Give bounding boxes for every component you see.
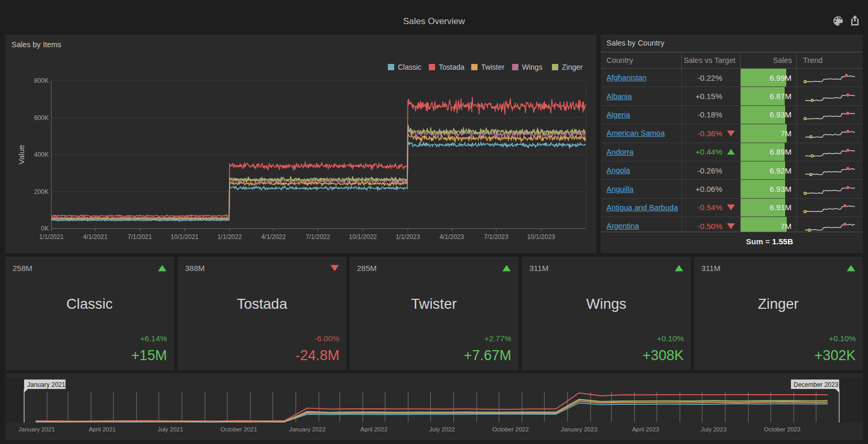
svg-text:7/1/2021: 7/1/2021 [127, 233, 152, 241]
svg-text:7/1/2023: 7/1/2023 [484, 233, 508, 241]
svg-text:10/1/2023: 10/1/2023 [527, 233, 556, 241]
svg-text:July 2021: July 2021 [157, 426, 183, 432]
svg-text:Wings: Wings [522, 63, 542, 71]
svg-text:January 2023: January 2023 [561, 426, 598, 432]
svg-text:January 2021: January 2021 [27, 381, 66, 388]
svg-text:Twister: Twister [481, 63, 505, 71]
svg-text:4/1/2022: 4/1/2022 [261, 233, 286, 241]
svg-text:December 2023: December 2023 [794, 381, 839, 388]
svg-text:1/1/2021: 1/1/2021 [39, 233, 64, 241]
svg-text:October 2021: October 2021 [221, 426, 257, 432]
svg-text:400K: 400K [34, 151, 49, 158]
svg-text:July 2022: July 2022 [429, 426, 455, 432]
svg-text:October 2023: October 2023 [764, 426, 801, 432]
svg-text:7/1/2022: 7/1/2022 [306, 233, 330, 241]
svg-text:Zinger: Zinger [562, 63, 583, 71]
svg-text:October 2022: October 2022 [492, 426, 529, 432]
svg-text:April 2021: April 2021 [89, 426, 116, 432]
svg-text:Tostada: Tostada [439, 63, 464, 71]
svg-text:4/1/2021: 4/1/2021 [83, 233, 107, 241]
svg-text:April 2022: April 2022 [361, 426, 388, 432]
svg-text:Value: Value [17, 145, 26, 164]
svg-text:Classic: Classic [398, 63, 421, 71]
svg-text:10/1/2022: 10/1/2022 [349, 233, 377, 241]
svg-text:1/1/2022: 1/1/2022 [218, 233, 242, 241]
svg-text:January 2021: January 2021 [18, 426, 55, 432]
svg-text:1/1/2023: 1/1/2023 [396, 233, 420, 241]
svg-text:January 2022: January 2022 [289, 426, 326, 432]
svg-text:10/1/2021: 10/1/2021 [171, 233, 199, 241]
svg-text:200K: 200K [34, 188, 49, 196]
svg-text:600K: 600K [34, 114, 49, 122]
svg-text:0K: 0K [41, 225, 49, 232]
svg-text:Sales by Items: Sales by Items [12, 40, 61, 49]
svg-text:July 2023: July 2023 [701, 426, 726, 432]
svg-text:4/1/2023: 4/1/2023 [439, 233, 464, 241]
svg-text:April 2023: April 2023 [632, 426, 659, 432]
svg-text:800K: 800K [34, 77, 49, 84]
